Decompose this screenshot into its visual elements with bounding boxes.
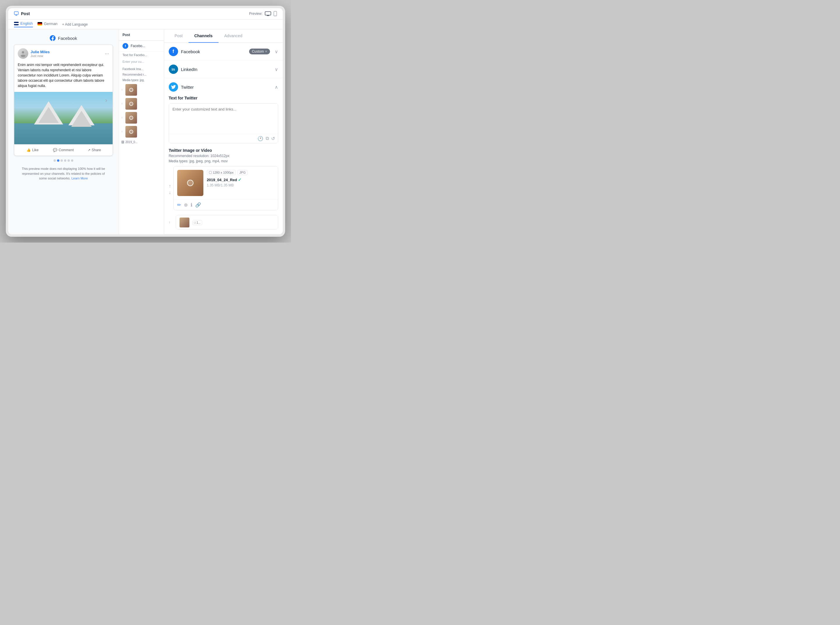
thumb-row-1: ↕ (119, 83, 164, 97)
share-button[interactable]: ↗ Share (79, 147, 109, 153)
tab-channels[interactable]: Channels (189, 30, 218, 43)
add-circle-icon[interactable]: ⊕ (184, 202, 188, 208)
add-language-button[interactable]: + Add Language (62, 22, 88, 26)
fb-card-header: Julie Miles Just now ··· (14, 45, 112, 62)
image-thumb-secondary (179, 218, 189, 227)
learn-more-link[interactable]: Learn More (72, 177, 88, 180)
dot-1[interactable] (57, 159, 59, 162)
post-text: Enim anim nisi tempor velit reprehenderi… (14, 62, 112, 92)
middle-facebook-row[interactable]: f Facebo... (119, 41, 164, 51)
format-value: JPG (240, 171, 246, 174)
middle-fb-icon: f (123, 43, 128, 49)
dimensions-tag: 1280 x 1000px (207, 170, 236, 175)
dimensions-value: 1280 x 1000px (213, 171, 234, 174)
like-button[interactable]: 👍 Like (18, 147, 47, 153)
mobile-icon[interactable] (274, 11, 277, 16)
linkedin-logo: in (169, 65, 178, 74)
custom-badge-close[interactable]: × (265, 50, 267, 53)
image-card-content: 1280 x 1000px JPG 2019_04_24_ (174, 166, 278, 199)
image-icon-sm: 🖼 (122, 140, 124, 144)
facebook-post-card: Julie Miles Just now ··· Enim anim nisi … (14, 45, 113, 156)
edit-icon[interactable]: ✏ (177, 202, 181, 208)
more-options[interactable]: ··· (105, 51, 109, 57)
english-label: English (20, 21, 33, 26)
uk-flag (14, 22, 19, 25)
move-up-icon-2[interactable]: ↑ (169, 221, 170, 224)
dot-5[interactable] (71, 159, 73, 162)
next-arrow[interactable]: › (102, 96, 111, 105)
facebook-channel-header[interactable]: f Facebook Custom × ∨ (164, 43, 283, 60)
linkedin-chevron-down[interactable]: ∨ (275, 67, 278, 72)
post-title: Post (21, 11, 30, 16)
language-german[interactable]: German (37, 22, 58, 27)
avatar (18, 48, 28, 59)
link-icon[interactable]: 🔗 (195, 202, 201, 208)
info-icon[interactable]: ℹ (190, 202, 192, 208)
move-up-icon[interactable]: ↑ (169, 183, 171, 189)
thumb-row-2: ↕ (119, 97, 164, 111)
tab-post[interactable]: Post (169, 30, 189, 43)
dot-4[interactable] (67, 159, 70, 162)
preview-note: This preview mode does not displaying 10… (20, 166, 107, 181)
image-thumb-2 (125, 98, 137, 110)
twitter-channel-header[interactable]: Twitter ∧ (164, 78, 283, 96)
image-section: Twitter Image or Video Recommended resol… (169, 148, 278, 230)
desktop-icon[interactable] (265, 11, 271, 16)
like-label: Like (32, 148, 38, 152)
dot-2[interactable] (61, 159, 63, 162)
german-label: German (44, 22, 58, 26)
custom-badge: Custom × (249, 48, 270, 54)
top-bar-left: Post (14, 11, 30, 16)
preview-panel: Facebook ‹ Ju (8, 30, 119, 235)
preview-circle-icon (187, 180, 193, 186)
channel-item-facebook: f Facebook Custom × ∨ (164, 43, 283, 61)
twitter-textarea-container: 🕐 ⧉ ↺ (169, 103, 278, 143)
top-bar: Post Preview: (8, 8, 283, 20)
move-handle-4: ↕ (122, 131, 124, 133)
twitter-text-input[interactable] (169, 104, 278, 133)
twitter-bird-icon (171, 85, 176, 89)
image-preview-thumb (177, 170, 203, 196)
tab-advanced[interactable]: Advanced (218, 30, 248, 43)
image-card-main: 1280 x 1000px JPG 2019_04_24_ (173, 166, 278, 210)
twitter-logo (169, 82, 178, 92)
de-flag (37, 22, 42, 26)
fb-media-types-label: Media types: jpg, (119, 77, 164, 83)
fb-images-label: Facebook Ima... (119, 66, 164, 72)
facebook-channel-name: Facebook (181, 49, 246, 54)
slide-indicator (53, 159, 73, 162)
linkedin-channel-name: LinkedIn (181, 67, 270, 72)
linkedin-channel-header[interactable]: in LinkedIn ∨ (164, 61, 283, 78)
image-action-bar: ✏ ⊕ ℹ 🔗 (174, 199, 278, 210)
facebook-chevron-down[interactable]: ∨ (275, 49, 278, 54)
checkmark-icon: ✓ (238, 177, 242, 182)
svg-rect-3 (265, 12, 271, 15)
textarea-toolbar: 🕐 ⧉ ↺ (169, 134, 278, 143)
middle-fb-label: Facebo... (131, 44, 145, 48)
twitter-text-label: Text for Twitter (169, 96, 278, 100)
image-thumb-4 (125, 126, 137, 138)
svg-point-9 (21, 55, 25, 57)
svg-point-7 (275, 15, 276, 16)
middle-panel: Post f Facebo... Text for Facebo... Ente… (119, 30, 164, 235)
fb-letter: f (125, 44, 126, 48)
dot-0[interactable] (53, 159, 56, 162)
twitter-chevron-up[interactable]: ∧ (275, 84, 278, 90)
move-down-icon[interactable]: ↓ (169, 190, 171, 195)
comment-button[interactable]: 💬 Comment (48, 147, 78, 153)
copy-icon[interactable]: ⧉ (266, 136, 269, 141)
refresh-icon[interactable]: ↺ (271, 136, 275, 141)
image-card-row-2: ↑ □ 1... (169, 215, 278, 230)
dimensions-tag-sm: □ 1... (192, 220, 203, 225)
preview-controls: Preview: (249, 11, 277, 16)
post-actions: 👍 Like 💬 Comment ↗ Share (14, 144, 112, 155)
dot-3[interactable] (64, 159, 66, 162)
post-image (14, 92, 112, 144)
comment-icon: 💬 (53, 148, 57, 152)
clock-icon[interactable]: 🕐 (257, 136, 263, 141)
language-english[interactable]: English (14, 21, 33, 27)
move-handle-1: ↕ (122, 89, 124, 91)
facebook-logo: f (169, 47, 178, 56)
language-bar: English German + Add Language (8, 20, 283, 30)
preview-label: Preview: (249, 12, 262, 16)
